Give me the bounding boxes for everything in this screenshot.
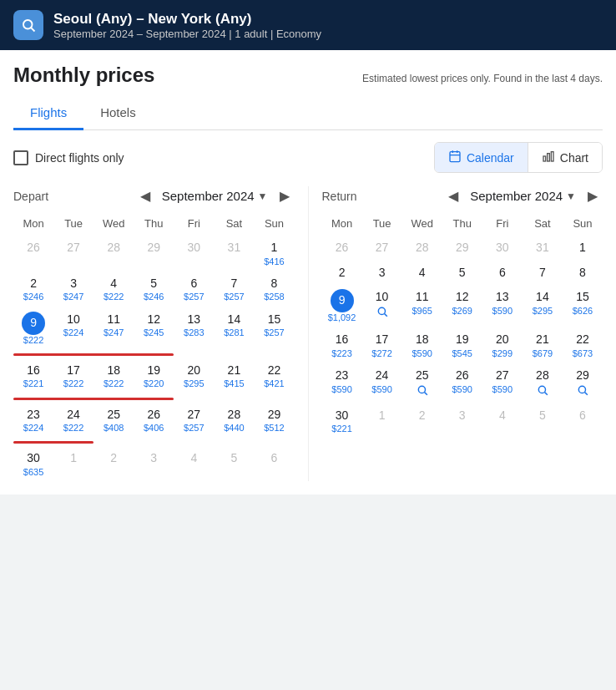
date-cell[interactable]: 19$220	[134, 359, 174, 393]
date-cell[interactable]: 30$635	[13, 447, 53, 481]
date-cell[interactable]: 3$247	[53, 272, 93, 307]
date-cell[interactable]: 7	[523, 261, 563, 285]
depart-prev-button[interactable]: ◀	[135, 186, 155, 205]
date-price: $257	[184, 423, 204, 434]
date-cell[interactable]: 5	[214, 447, 254, 481]
date-cell[interactable]: 24$222	[53, 403, 93, 438]
date-cell[interactable]: 28	[523, 364, 563, 403]
depart-next-button[interactable]: ▶	[275, 186, 295, 205]
date-cell[interactable]: 15$257	[254, 308, 294, 349]
date-cell[interactable]: 22$421	[254, 359, 294, 393]
date-cell[interactable]: 4	[174, 447, 214, 481]
date-cell[interactable]: 5	[442, 261, 482, 285]
date-cell[interactable]: 2$246	[13, 272, 53, 307]
date-cell[interactable]: 30$221	[322, 404, 362, 439]
date-cell[interactable]: 8$258	[254, 272, 294, 307]
date-cell[interactable]: 3	[362, 261, 402, 285]
return-next-button[interactable]: ▶	[583, 186, 603, 205]
date-cell[interactable]: 9$1,092	[322, 286, 362, 327]
date-cell[interactable]: 1	[53, 447, 93, 481]
date-cell[interactable]: 2	[322, 261, 362, 285]
date-cell[interactable]: 11$247	[93, 308, 134, 349]
date-cell[interactable]: 26$406	[134, 403, 174, 438]
date-cell[interactable]: 23$224	[13, 403, 53, 438]
date-cell[interactable]: 6	[482, 261, 523, 285]
date-cell[interactable]: 18$222	[93, 359, 134, 393]
date-cell[interactable]: 27	[53, 236, 93, 271]
date-cell[interactable]: 1	[563, 236, 603, 260]
date-cell[interactable]: 15$626	[563, 286, 603, 327]
date-cell[interactable]: 29	[134, 236, 174, 271]
date-cell[interactable]: 16$221	[13, 359, 53, 393]
date-cell[interactable]: 4	[482, 404, 523, 439]
return-prev-button[interactable]: ◀	[443, 186, 463, 205]
date-cell[interactable]: 30	[174, 236, 214, 271]
date-cell[interactable]: 1$416	[254, 236, 294, 271]
date-cell[interactable]: 25$408	[93, 403, 134, 438]
date-cell[interactable]: 29	[442, 236, 482, 260]
date-cell[interactable]: 9$222	[13, 308, 53, 349]
date-cell[interactable]: 10	[362, 286, 402, 327]
date-cell[interactable]: 6$257	[174, 272, 214, 307]
date-cell[interactable]: 27	[362, 236, 402, 260]
date-cell[interactable]: 6	[254, 447, 294, 481]
date-cell[interactable]: 19$545	[442, 328, 482, 363]
calendar-view-button[interactable]: Calendar	[435, 143, 528, 172]
depart-month-dropdown-icon[interactable]: ▼	[258, 190, 268, 202]
date-cell[interactable]: 28	[93, 236, 134, 271]
date-cell[interactable]: 24$590	[362, 364, 402, 403]
date-cell[interactable]: 17$222	[53, 359, 93, 393]
date-cell[interactable]: 13$590	[482, 286, 523, 327]
date-cell[interactable]: 3	[134, 447, 174, 481]
date-cell[interactable]: 13$283	[174, 308, 214, 349]
date-cell[interactable]: 21$679	[523, 328, 563, 363]
date-cell[interactable]: 23$590	[322, 364, 362, 403]
return-month-dropdown-icon[interactable]: ▼	[566, 190, 576, 202]
tab-flights[interactable]: Flights	[13, 97, 83, 130]
date-number: 4	[499, 408, 506, 424]
date-cell[interactable]: 5$246	[134, 272, 174, 307]
date-price: $590	[452, 384, 472, 395]
date-cell[interactable]: 28$440	[214, 403, 254, 438]
date-cell[interactable]: 2	[93, 447, 134, 481]
date-cell[interactable]: 31	[523, 236, 563, 260]
date-cell[interactable]: 20$295	[174, 359, 214, 393]
date-cell[interactable]: 22$673	[563, 328, 603, 363]
search-icon[interactable]	[13, 10, 43, 40]
date-cell[interactable]: 5	[523, 404, 563, 439]
date-cell[interactable]: 4	[402, 261, 442, 285]
return-nav: ◀ September 2024 ▼ ▶	[443, 186, 603, 205]
date-cell[interactable]: 20$299	[482, 328, 523, 363]
tab-hotels[interactable]: Hotels	[83, 97, 153, 130]
date-cell[interactable]: 11$965	[402, 286, 442, 327]
date-cell[interactable]: 17$272	[362, 328, 402, 363]
date-cell[interactable]: 16$223	[322, 328, 362, 363]
date-cell[interactable]: 18$590	[402, 328, 442, 363]
date-cell[interactable]: 26	[13, 236, 53, 271]
date-cell[interactable]: 7$257	[214, 272, 254, 307]
date-cell[interactable]: 14$281	[214, 308, 254, 349]
date-cell[interactable]: 10$224	[53, 308, 93, 349]
date-cell[interactable]: 4$222	[93, 272, 134, 307]
date-cell[interactable]: 2	[402, 404, 442, 439]
date-cell[interactable]: 6	[563, 404, 603, 439]
date-cell[interactable]: 29$512	[254, 403, 294, 438]
date-cell[interactable]: 12$269	[442, 286, 482, 327]
date-cell[interactable]: 25	[402, 364, 442, 403]
date-cell[interactable]: 27$590	[482, 364, 523, 403]
date-cell[interactable]: 27$257	[174, 403, 214, 438]
date-cell[interactable]: 8	[563, 261, 603, 285]
date-cell[interactable]: 12$245	[134, 308, 174, 349]
date-cell[interactable]: 21$415	[214, 359, 254, 393]
direct-flights-checkbox[interactable]: Direct flights only	[13, 150, 124, 165]
date-cell[interactable]: 31	[214, 236, 254, 271]
date-cell[interactable]: 14$295	[523, 286, 563, 327]
date-cell[interactable]: 30	[482, 236, 523, 260]
date-cell[interactable]: 26	[322, 236, 362, 260]
date-cell[interactable]: 28	[402, 236, 442, 260]
chart-view-button[interactable]: Chart	[528, 143, 602, 172]
date-cell[interactable]: 1	[362, 404, 402, 439]
date-cell[interactable]: 26$590	[442, 364, 482, 403]
date-cell[interactable]: 3	[442, 404, 482, 439]
date-cell[interactable]: 29	[563, 364, 603, 403]
